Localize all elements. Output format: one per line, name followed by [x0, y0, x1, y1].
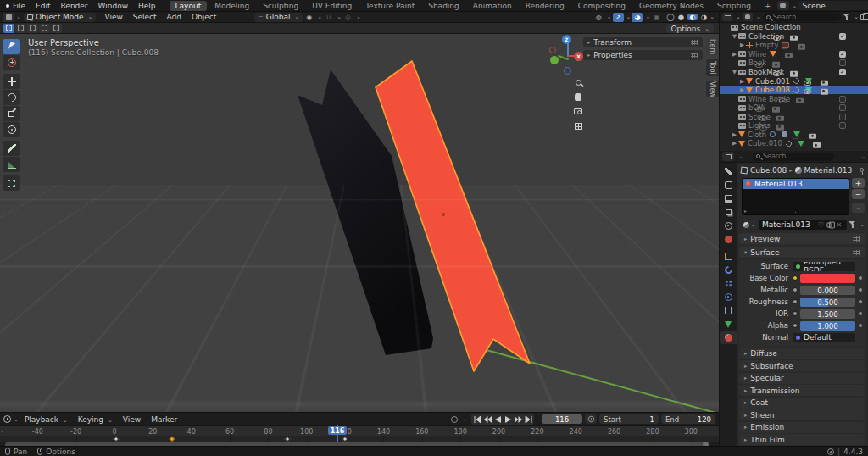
value-slider[interactable]: 1.000: [800, 321, 855, 331]
select-mode-intersect[interactable]: [51, 24, 62, 33]
camera-view-control[interactable]: [570, 105, 586, 118]
workspace-tab-scripting[interactable]: Scripting: [711, 1, 757, 11]
npanel-tab-view[interactable]: View: [706, 81, 719, 97]
filter-chevron[interactable]: ⌄: [854, 14, 859, 20]
timeline-editor-chevron[interactable]: ⌄: [14, 416, 19, 423]
outliner-row-cube-001[interactable]: ▶Cube.001: [720, 76, 868, 86]
properties-search[interactable]: [753, 153, 834, 161]
gizmos-toggle-icon[interactable]: ↗: [613, 13, 624, 22]
render-camera-toggle[interactable]: [776, 125, 784, 131]
properties-tab-object[interactable]: [720, 250, 737, 263]
object-visibility-icon[interactable]: ◍: [593, 13, 604, 22]
tool-annotate[interactable]: [3, 141, 20, 156]
topbar-menu-render[interactable]: Render: [56, 2, 93, 10]
render-camera-toggle[interactable]: [790, 71, 798, 77]
shading-wireframe-icon[interactable]: ◯: [666, 14, 675, 21]
preview-panel[interactable]: ▸ Preview: [739, 233, 865, 244]
keyframe-dot[interactable]: [859, 276, 862, 280]
outliner-row-cube-008[interactable]: ▶Cube.008: [720, 86, 868, 95]
material-name-field[interactable]: Material.013 ♡ ✕: [759, 220, 847, 230]
timeline-menu-view[interactable]: View: [118, 415, 146, 424]
expand-arrow-icon[interactable]: ▶: [738, 86, 746, 93]
viewport-menu-view[interactable]: View: [99, 13, 127, 21]
render-camera-toggle[interactable]: [798, 44, 805, 50]
collection-checkbox[interactable]: ✓: [839, 33, 846, 40]
tool-rotate[interactable]: [3, 90, 20, 105]
previous-keyframe-button[interactable]: [482, 414, 492, 424]
npanel-properties-header[interactable]: ▸Properties: [583, 50, 703, 60]
node-socket-dot[interactable]: [793, 311, 798, 316]
hide-eye-toggle[interactable]: [796, 144, 804, 148]
color-swatch[interactable]: [800, 274, 855, 283]
tool-cursor[interactable]: [3, 55, 20, 70]
tool-scale[interactable]: [3, 106, 20, 121]
outliner-row-lights[interactable]: Lights: [720, 121, 868, 131]
proportional-chevron[interactable]: ⌄: [356, 14, 361, 20]
play-button[interactable]: [503, 414, 513, 424]
collection-checkbox[interactable]: [839, 104, 846, 111]
add-slot-button[interactable]: +: [852, 178, 865, 188]
shading-solid-icon[interactable]: ●: [678, 14, 684, 21]
keyframe-diamond[interactable]: [114, 436, 120, 442]
properties-tab-output[interactable]: [720, 192, 737, 205]
render-camera-toggle[interactable]: [796, 97, 804, 103]
breadcrumb-object[interactable]: Cube.008: [750, 166, 787, 175]
scene-selector[interactable]: Scene: [798, 1, 868, 10]
tool-add-cube[interactable]: [3, 175, 20, 191]
material-slot-list[interactable]: Material.013 ▸: [742, 178, 849, 215]
proportional-editing-icon[interactable]: ◎: [342, 13, 353, 22]
outliner-editor-icon[interactable]: [722, 13, 732, 21]
subpanel-thin-film[interactable]: ▸Thin Film: [739, 434, 865, 445]
subpanel-specular[interactable]: ▸Specular: [739, 373, 865, 384]
outliner-row-collection[interactable]: ▼Collection✓: [720, 32, 868, 42]
workspace-tab-shading[interactable]: Shading: [422, 1, 465, 11]
gizmo-neg-z-axis[interactable]: [564, 67, 571, 75]
add-workspace-button[interactable]: +: [759, 1, 777, 11]
outliner-editor-chevron[interactable]: ⌄: [736, 14, 741, 20]
outliner-row-wine-bottle[interactable]: Wine Bottle: [720, 94, 868, 103]
use-preview-range-icon[interactable]: [585, 414, 597, 424]
properties-options-chevron[interactable]: ⌄: [860, 153, 865, 160]
collection-checkbox[interactable]: [839, 96, 846, 103]
properties-tab-scene[interactable]: [720, 220, 737, 232]
collection-checkbox[interactable]: [839, 114, 846, 120]
viewport-menu-select[interactable]: Select: [128, 13, 162, 21]
viewport-menu-object[interactable]: Object: [186, 13, 221, 21]
frame-end-field[interactable]: End 120: [661, 414, 715, 424]
subpanel-sheen[interactable]: ▸Sheen: [739, 409, 865, 420]
editor-type-chevron[interactable]: ⌄: [16, 14, 21, 20]
outliner-row-scene[interactable]: Scene: [720, 112, 868, 121]
collection-checkbox[interactable]: ✓: [839, 69, 846, 75]
expand-arrow-icon[interactable]: ▼: [731, 33, 738, 40]
material-specials-chevron[interactable]: ⌄: [860, 221, 865, 228]
render-camera-toggle[interactable]: [809, 134, 816, 140]
editor-type-icon[interactable]: [3, 13, 14, 22]
properties-tab-render[interactable]: [720, 179, 737, 192]
keyframe-dot[interactable]: [859, 288, 862, 292]
outliner-search[interactable]: [763, 13, 841, 21]
options-dropdown[interactable]: Options ⌄: [666, 24, 714, 33]
slot-specials-button[interactable]: ⌄: [852, 203, 865, 213]
topbar-menu-window[interactable]: Window: [93, 2, 134, 10]
render-camera-toggle[interactable]: [821, 80, 828, 86]
properties-tab-world[interactable]: [720, 233, 737, 246]
property-value-button[interactable]: Default: [793, 333, 855, 342]
subpanel-subsurface[interactable]: ▸Subsurface: [739, 360, 865, 371]
node-socket-dot[interactable]: [793, 275, 798, 281]
keyframe-dot[interactable]: [859, 300, 862, 303]
topbar-menu-file[interactable]: File: [8, 2, 31, 10]
expand-arrow-icon[interactable]: ▶: [731, 131, 738, 138]
properties-tab-data[interactable]: [720, 318, 737, 331]
current-frame-field[interactable]: 116: [542, 414, 582, 424]
outliner-row-scene-collection[interactable]: Scene Collection: [720, 23, 868, 32]
tool-measure[interactable]: [3, 157, 20, 172]
play-reverse-button[interactable]: [492, 414, 503, 424]
keying-set-chevron[interactable]: ⌄: [462, 416, 467, 423]
next-keyframe-button[interactable]: [513, 414, 523, 424]
npanel-tab-tool[interactable]: Tool: [706, 59, 719, 76]
unlink-material-icon[interactable]: ✕: [834, 221, 843, 229]
render-camera-toggle[interactable]: [772, 107, 780, 113]
browse-material-icon[interactable]: ⌄: [742, 220, 757, 230]
keyframe-dot[interactable]: [859, 324, 862, 327]
node-socket-dot[interactable]: [793, 323, 798, 328]
